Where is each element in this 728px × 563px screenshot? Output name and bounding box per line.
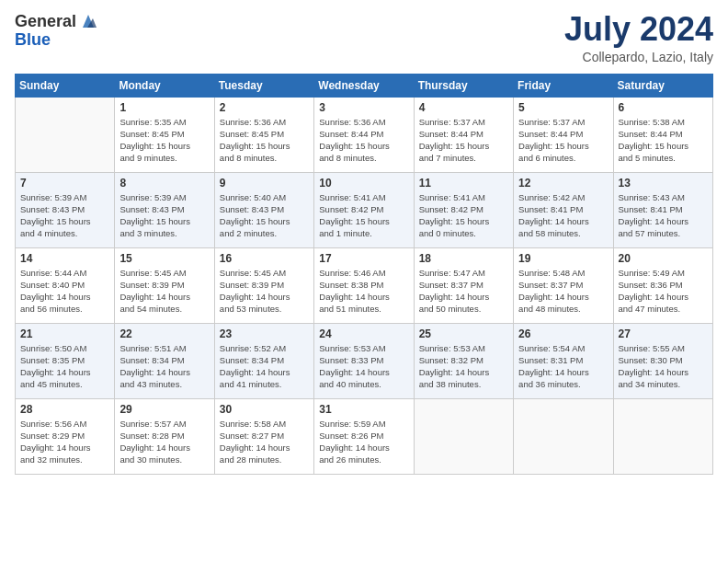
day-info: Sunrise: 5:37 AMSunset: 8:44 PMDaylight:… — [419, 116, 508, 165]
table-row: 27Sunrise: 5:55 AMSunset: 8:30 PMDayligh… — [613, 323, 712, 398]
day-number: 15 — [119, 252, 209, 265]
table-row: 12Sunrise: 5:42 AMSunset: 8:41 PMDayligh… — [514, 172, 613, 247]
days-header-row: Sunday Monday Tuesday Wednesday Thursday… — [16, 74, 713, 97]
table-row — [414, 398, 513, 474]
day-number: 3 — [319, 101, 408, 114]
table-row: 5Sunrise: 5:37 AMSunset: 8:44 PMDaylight… — [514, 97, 613, 172]
day-number: 16 — [220, 252, 309, 265]
day-number: 29 — [119, 403, 209, 416]
day-info: Sunrise: 5:49 AMSunset: 8:36 PMDaylight:… — [619, 267, 708, 316]
calendar-week-row: 14Sunrise: 5:44 AMSunset: 8:40 PMDayligh… — [16, 247, 713, 323]
day-info: Sunrise: 5:44 AMSunset: 8:40 PMDaylight:… — [20, 267, 109, 316]
day-info: Sunrise: 5:40 AMSunset: 8:43 PMDaylight:… — [220, 191, 309, 240]
day-info: Sunrise: 5:41 AMSunset: 8:42 PMDaylight:… — [419, 191, 508, 240]
day-info: Sunrise: 5:48 AMSunset: 8:37 PMDaylight:… — [518, 267, 608, 316]
table-row: 16Sunrise: 5:45 AMSunset: 8:39 PMDayligh… — [214, 247, 313, 323]
calendar-week-row: 28Sunrise: 5:56 AMSunset: 8:29 PMDayligh… — [16, 398, 713, 474]
day-info: Sunrise: 5:50 AMSunset: 8:35 PMDaylight:… — [20, 342, 109, 391]
table-row: 7Sunrise: 5:39 AMSunset: 8:43 PMDaylight… — [16, 172, 115, 247]
table-row: 1Sunrise: 5:35 AMSunset: 8:45 PMDaylight… — [115, 97, 214, 172]
day-info: Sunrise: 5:43 AMSunset: 8:41 PMDaylight:… — [619, 191, 708, 240]
table-row — [613, 398, 712, 474]
calendar-week-row: 21Sunrise: 5:50 AMSunset: 8:35 PMDayligh… — [16, 323, 713, 398]
day-info: Sunrise: 5:58 AMSunset: 8:27 PMDaylight:… — [220, 418, 309, 466]
day-number: 24 — [319, 327, 408, 340]
logo-general: General — [15, 13, 76, 29]
day-info: Sunrise: 5:52 AMSunset: 8:34 PMDaylight:… — [220, 342, 309, 391]
table-row: 18Sunrise: 5:47 AMSunset: 8:37 PMDayligh… — [414, 247, 513, 323]
table-row: 11Sunrise: 5:41 AMSunset: 8:42 PMDayligh… — [414, 172, 513, 247]
day-number: 28 — [20, 403, 109, 416]
day-info: Sunrise: 5:47 AMSunset: 8:37 PMDaylight:… — [419, 267, 508, 316]
day-info: Sunrise: 5:54 AMSunset: 8:31 PMDaylight:… — [518, 342, 608, 391]
table-row: 31Sunrise: 5:59 AMSunset: 8:26 PMDayligh… — [314, 398, 414, 474]
day-info: Sunrise: 5:53 AMSunset: 8:32 PMDaylight:… — [419, 342, 508, 391]
day-number: 31 — [319, 403, 408, 416]
table-row: 29Sunrise: 5:57 AMSunset: 8:28 PMDayligh… — [115, 398, 214, 474]
day-info: Sunrise: 5:35 AMSunset: 8:45 PMDaylight:… — [119, 116, 209, 165]
day-info: Sunrise: 5:36 AMSunset: 8:44 PMDaylight:… — [319, 116, 408, 165]
day-info: Sunrise: 5:56 AMSunset: 8:29 PMDaylight:… — [20, 418, 109, 466]
calendar-week-row: 1Sunrise: 5:35 AMSunset: 8:45 PMDaylight… — [16, 97, 713, 172]
main-title: July 2024 — [564, 11, 713, 48]
day-info: Sunrise: 5:59 AMSunset: 8:26 PMDaylight:… — [319, 418, 408, 466]
title-block: July 2024 Collepardo, Lazio, Italy — [564, 11, 713, 64]
day-info: Sunrise: 5:53 AMSunset: 8:33 PMDaylight:… — [319, 342, 408, 391]
table-row: 4Sunrise: 5:37 AMSunset: 8:44 PMDaylight… — [414, 97, 513, 172]
table-row: 17Sunrise: 5:46 AMSunset: 8:38 PMDayligh… — [314, 247, 414, 323]
table-row: 25Sunrise: 5:53 AMSunset: 8:32 PMDayligh… — [414, 323, 513, 398]
day-number: 20 — [619, 252, 708, 265]
day-info: Sunrise: 5:42 AMSunset: 8:41 PMDaylight:… — [518, 191, 608, 240]
table-row — [16, 97, 115, 172]
table-row: 19Sunrise: 5:48 AMSunset: 8:37 PMDayligh… — [514, 247, 613, 323]
day-number: 9 — [220, 177, 309, 190]
day-number: 10 — [319, 177, 408, 190]
table-row: 22Sunrise: 5:51 AMSunset: 8:34 PMDayligh… — [115, 323, 214, 398]
day-number: 30 — [220, 403, 309, 416]
day-number: 12 — [518, 177, 608, 190]
table-row: 20Sunrise: 5:49 AMSunset: 8:36 PMDayligh… — [613, 247, 712, 323]
day-info: Sunrise: 5:39 AMSunset: 8:43 PMDaylight:… — [20, 191, 109, 240]
day-info: Sunrise: 5:45 AMSunset: 8:39 PMDaylight:… — [220, 267, 309, 316]
table-row — [514, 398, 613, 474]
logo-icon — [78, 11, 98, 31]
table-row: 15Sunrise: 5:45 AMSunset: 8:39 PMDayligh… — [115, 247, 214, 323]
table-row: 10Sunrise: 5:41 AMSunset: 8:42 PMDayligh… — [314, 172, 414, 247]
day-info: Sunrise: 5:51 AMSunset: 8:34 PMDaylight:… — [119, 342, 209, 391]
header-tuesday: Tuesday — [214, 74, 313, 97]
day-number: 11 — [419, 177, 508, 190]
day-number: 17 — [319, 252, 408, 265]
day-number: 7 — [20, 177, 109, 190]
logo-blue: Blue — [15, 30, 51, 49]
table-row: 14Sunrise: 5:44 AMSunset: 8:40 PMDayligh… — [16, 247, 115, 323]
header-sunday: Sunday — [16, 74, 115, 97]
day-info: Sunrise: 5:41 AMSunset: 8:42 PMDaylight:… — [319, 191, 408, 240]
header-monday: Monday — [115, 74, 214, 97]
table-row: 2Sunrise: 5:36 AMSunset: 8:45 PMDaylight… — [214, 97, 313, 172]
day-number: 13 — [619, 177, 708, 190]
day-info: Sunrise: 5:38 AMSunset: 8:44 PMDaylight:… — [619, 116, 708, 165]
logo: General Blue — [15, 11, 98, 48]
page: General Blue July 2024 Collepardo, Lazio… — [0, 0, 728, 563]
day-info: Sunrise: 5:46 AMSunset: 8:38 PMDaylight:… — [319, 267, 408, 316]
day-number: 22 — [119, 327, 209, 340]
calendar-week-row: 7Sunrise: 5:39 AMSunset: 8:43 PMDaylight… — [16, 172, 713, 247]
day-info: Sunrise: 5:39 AMSunset: 8:43 PMDaylight:… — [119, 191, 209, 240]
table-row: 6Sunrise: 5:38 AMSunset: 8:44 PMDaylight… — [613, 97, 712, 172]
day-number: 18 — [419, 252, 508, 265]
header: General Blue July 2024 Collepardo, Lazio… — [15, 11, 713, 64]
table-row: 24Sunrise: 5:53 AMSunset: 8:33 PMDayligh… — [314, 323, 414, 398]
day-info: Sunrise: 5:57 AMSunset: 8:28 PMDaylight:… — [119, 418, 209, 466]
day-number: 27 — [619, 327, 708, 340]
day-number: 21 — [20, 327, 109, 340]
table-row: 30Sunrise: 5:58 AMSunset: 8:27 PMDayligh… — [214, 398, 313, 474]
day-info: Sunrise: 5:36 AMSunset: 8:45 PMDaylight:… — [220, 116, 309, 165]
day-number: 6 — [619, 101, 708, 114]
table-row: 13Sunrise: 5:43 AMSunset: 8:41 PMDayligh… — [613, 172, 712, 247]
table-row: 26Sunrise: 5:54 AMSunset: 8:31 PMDayligh… — [514, 323, 613, 398]
table-row: 3Sunrise: 5:36 AMSunset: 8:44 PMDaylight… — [314, 97, 414, 172]
day-number: 2 — [220, 101, 309, 114]
day-number: 26 — [518, 327, 608, 340]
subtitle: Collepardo, Lazio, Italy — [564, 50, 713, 64]
header-saturday: Saturday — [613, 74, 712, 97]
